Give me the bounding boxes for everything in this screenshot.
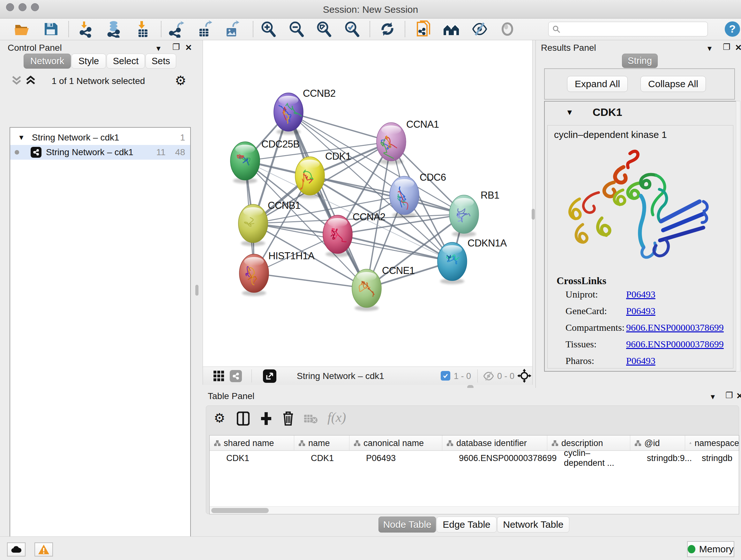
results-panel-float-icon[interactable]: ❐	[723, 42, 730, 52]
cell-shared-name[interactable]: CDK1	[210, 451, 294, 465]
network-collection-row[interactable]: ▼ String Network – cdk1 1	[10, 130, 190, 145]
crosslink-label: Uniprot:	[565, 289, 598, 300]
delete-table-icon[interactable]	[304, 414, 318, 424]
share-document-icon[interactable]	[415, 20, 432, 38]
delete-column-icon[interactable]	[282, 411, 294, 426]
column-header-database-identifier[interactable]: database identifier	[442, 435, 547, 451]
results-panel-menu-icon[interactable]: ▾	[708, 44, 712, 53]
tree-expand-arrow-icon[interactable]: ▼	[18, 133, 25, 142]
control-panel-title: Control Panel	[8, 43, 62, 53]
string-home-icon[interactable]	[443, 20, 460, 38]
cell-name[interactable]: CDK1	[294, 451, 349, 465]
cell-canonical-name[interactable]: P06493	[349, 451, 442, 465]
collapse-all-icon[interactable]	[11, 75, 24, 86]
network-canvas[interactable]: CCNB2CCNA1CDC25BCDK1CDC6RB1CCNB1CCNA2CDK…	[203, 40, 533, 367]
table-panel-menu-icon[interactable]: ▾	[711, 392, 715, 401]
export-image-icon[interactable]	[223, 20, 241, 38]
crosslink-link[interactable]: 9606.ENSP00000378699	[626, 339, 724, 350]
import-network-icon[interactable]	[78, 20, 95, 38]
svg-text:?: ?	[729, 23, 736, 35]
network-node-HIST1H1A[interactable]: HIST1H1A	[239, 250, 315, 296]
crosslink-link[interactable]: 9606.ENSP00000378699	[626, 322, 724, 333]
network-view-title: String Network – cdk1	[297, 371, 384, 381]
network-node-CDKN1A[interactable]: CDKN1A	[437, 238, 507, 284]
tab-edge-table[interactable]: Edge Table	[436, 516, 496, 533]
zoom-fit-icon[interactable]	[315, 20, 333, 38]
cell-description[interactable]: cyclin–dependent ...	[547, 451, 630, 465]
column-header--id[interactable]: @id	[630, 435, 685, 451]
network-node-RB1[interactable]: RB1	[449, 190, 499, 237]
show-glasspane-icon[interactable]	[499, 20, 516, 38]
tab-select[interactable]: Select	[107, 54, 145, 69]
network-options-gear-icon[interactable]: ⚙	[175, 74, 186, 87]
show-columns-icon[interactable]	[237, 412, 250, 426]
create-column-icon[interactable]	[260, 412, 273, 426]
column-header-shared-name[interactable]: shared name	[210, 435, 294, 451]
tab-node-table[interactable]: Node Table	[379, 516, 436, 533]
crosslink-link[interactable]: P06493	[626, 355, 656, 366]
table-options-gear-icon[interactable]: ⚙	[214, 412, 225, 424]
refresh-view-icon[interactable]	[379, 20, 396, 38]
expand-all-button[interactable]: Expand All	[567, 76, 628, 92]
shared-column-icon	[214, 440, 220, 446]
zoom-selected-icon[interactable]	[343, 20, 360, 38]
column-header-namespace[interactable]: namespace	[685, 435, 739, 451]
birdseye-view-icon[interactable]	[263, 369, 276, 383]
save-session-icon[interactable]	[42, 20, 59, 38]
results-scrollbar[interactable]	[736, 101, 740, 372]
right-splitter-handle[interactable]	[532, 209, 535, 220]
selected-checkbox-icon[interactable]	[441, 371, 450, 381]
crosslink-link[interactable]: P06493	[626, 289, 656, 300]
warning-button[interactable]	[35, 543, 53, 557]
network-node-CCNE1[interactable]: CCNE1	[352, 265, 415, 311]
network-edge-CCNB2-CCNA1[interactable]	[288, 112, 391, 142]
table-panel-close-icon[interactable]: ✕	[736, 391, 741, 401]
column-header-canonical-name[interactable]: canonical name	[349, 435, 442, 451]
tab-string[interactable]: String	[622, 54, 658, 68]
control-panel-close-icon[interactable]: ✕	[185, 43, 192, 53]
cell-namespace[interactable]: stringdb	[685, 451, 739, 465]
crosslink-link[interactable]: P06493	[626, 306, 656, 316]
cell--id[interactable]: stringdb:9...	[630, 451, 685, 465]
network-row[interactable]: String Network – cdk1 11 48	[10, 145, 190, 160]
export-table-icon[interactable]	[196, 20, 213, 38]
zoom-out-icon[interactable]	[288, 20, 305, 38]
left-splitter-handle[interactable]	[195, 285, 199, 296]
export-network-icon[interactable]	[167, 20, 185, 38]
cell-database-identifier[interactable]: 9606.ENSP00000378699	[442, 451, 547, 465]
scrollbar-thumb[interactable]	[211, 508, 269, 513]
network-share-view-icon[interactable]	[230, 370, 242, 382]
import-table-icon[interactable]	[134, 20, 151, 38]
pan-tool-icon[interactable]	[517, 369, 531, 383]
open-session-icon[interactable]	[13, 20, 30, 38]
tab-sets[interactable]: Sets	[145, 54, 176, 69]
hidden-elements-icon[interactable]	[482, 371, 495, 381]
cloud-button[interactable]	[7, 543, 25, 557]
help-icon[interactable]: ?	[724, 20, 741, 38]
collapse-all-button[interactable]: Collapse All	[641, 76, 706, 92]
import-network-from-database-icon[interactable]	[105, 20, 123, 38]
tab-style[interactable]: Style	[71, 54, 106, 69]
zoom-in-icon[interactable]	[260, 20, 277, 38]
table-panel-float-icon[interactable]: ❐	[725, 390, 733, 400]
node-count: 11	[156, 147, 165, 158]
column-header-name[interactable]: name	[294, 435, 349, 451]
network-node-CDC6[interactable]: CDC6	[390, 172, 446, 218]
control-panel-menu-icon[interactable]: ▾	[156, 44, 160, 53]
memory-button[interactable]: Memory	[687, 541, 734, 557]
control-panel-float-icon[interactable]: ❐	[172, 42, 180, 52]
string-app-icon	[30, 147, 42, 158]
grid-view-icon[interactable]	[213, 370, 225, 382]
tab-network-table[interactable]: Network Table	[497, 516, 569, 533]
horizontal-scrollbar[interactable]	[210, 506, 739, 514]
network-edge-HIST1H1A-CCNE1[interactable]	[254, 273, 367, 288]
node-section-header[interactable]: ▼ CDK1	[545, 102, 736, 125]
main-toolbar: ?	[0, 18, 741, 40]
results-panel-close-icon[interactable]: ✕	[735, 43, 741, 53]
network-node-CCNB2[interactable]: CCNB2	[274, 88, 336, 135]
section-collapse-arrow-icon[interactable]: ▼	[566, 108, 574, 117]
hide-glasspane-icon[interactable]	[471, 20, 488, 38]
expand-all-icon[interactable]	[25, 75, 38, 86]
tab-network[interactable]: Network	[23, 54, 71, 69]
search-input[interactable]	[548, 22, 708, 37]
